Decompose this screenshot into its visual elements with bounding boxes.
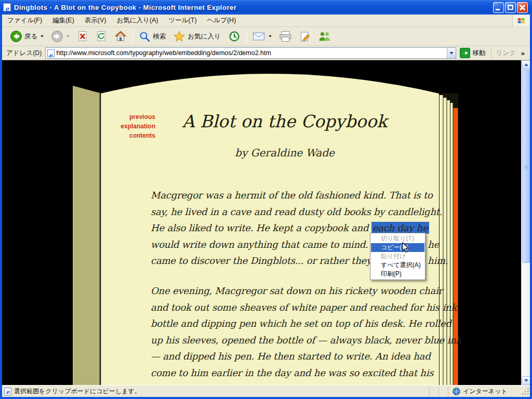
forward-icon [51, 30, 63, 43]
address-url[interactable]: http://www.microsoft.com/typography/web/… [57, 49, 447, 57]
print-icon [279, 31, 292, 42]
text-line: come to him earlier in the day and he wa… [151, 365, 431, 381]
nav-contents-link[interactable]: contents [96, 131, 155, 140]
page-viewport: previous explanation contents A Blot on … [2, 60, 530, 385]
text-line: and took out some sheaves of white paper… [151, 299, 431, 316]
paragraph-2: One evening, Macgregor sat down on his r… [151, 283, 431, 385]
menu-view[interactable]: 表示(V) [79, 14, 112, 27]
messenger-button[interactable] [314, 29, 335, 45]
chevron-up-icon [524, 63, 528, 66]
scroll-up-button[interactable] [522, 60, 530, 69]
mail-icon [252, 31, 265, 42]
page-title: A Blot on the Copybook [152, 111, 418, 131]
close-button[interactable] [517, 2, 528, 13]
menu-favorites[interactable]: お気に入り(A) [111, 14, 163, 27]
toolbar: 戻る [2, 27, 530, 46]
byline: by Geraldine Wade [152, 147, 418, 159]
home-icon [114, 30, 127, 43]
text-line: Macgregor was a hermit of the old fashio… [151, 187, 431, 204]
links-toolbar[interactable]: リンク » [491, 47, 528, 59]
toolbar-separator [246, 29, 247, 44]
forward-button[interactable] [47, 29, 73, 45]
edit-icon [299, 31, 311, 43]
text-line: bottle and dipping pen which he set on t… [151, 315, 431, 332]
favorites-star-icon [173, 31, 185, 43]
go-button[interactable]: 移動 [456, 46, 489, 60]
text-line: — and dipped his pen. He then started to… [151, 348, 431, 365]
text-line-pre: He also liked to write. He kept a copybo… [151, 222, 371, 233]
links-label: リンク [496, 49, 515, 58]
maximize-button[interactable] [505, 2, 516, 13]
context-menu-print[interactable]: 印刷(P) [371, 270, 424, 278]
print-button[interactable] [275, 29, 296, 45]
go-label: 移動 [472, 49, 485, 58]
home-button[interactable] [111, 29, 130, 45]
page-icon: e [47, 49, 55, 57]
back-label: 戻る [24, 32, 37, 41]
nav-previous-link[interactable]: previous [96, 112, 155, 122]
text-line: One evening, Macgregor sat down on his r… [151, 283, 431, 299]
book-nav: previous explanation contents [96, 112, 155, 140]
menu-help[interactable]: ヘルプ(H) [202, 14, 242, 27]
mail-button[interactable] [249, 29, 275, 45]
ie-logo-icon: e [3, 3, 11, 11]
search-button[interactable]: 検索 [135, 29, 169, 45]
toolbar-separator [132, 29, 133, 44]
browser-window: e Dingblots - A Blot on the Copybook - M… [0, 0, 532, 399]
stop-button[interactable] [73, 29, 92, 45]
status-pane [438, 387, 448, 396]
back-icon [10, 30, 22, 43]
text-line: up his sleeves, opened the bottle of — a… [151, 332, 431, 349]
nav-explanation-link[interactable]: explanation [96, 122, 155, 131]
context-menu-copy[interactable]: コピー(C) [371, 243, 424, 252]
back-button[interactable]: 戻る [6, 29, 47, 45]
messenger-icon [318, 31, 331, 42]
text-line: say, he lived in a cave and read dusty o… [151, 204, 431, 220]
menu-bar: ファイル(F) 編集(E) 表示(V) お気に入り(A) ツール(T) ヘルプ(… [2, 15, 530, 27]
text-line: handwriting was worse than usual. His wr… [151, 381, 431, 385]
search-icon [139, 31, 151, 43]
context-menu-select-all[interactable]: すべて選択(A) [371, 261, 424, 270]
menu-tools[interactable]: ツール(T) [164, 14, 202, 27]
window-border-right [530, 15, 532, 399]
history-button[interactable] [224, 29, 244, 45]
scroll-down-button[interactable] [522, 376, 530, 385]
context-menu-cut: 切り取り(T) [371, 234, 424, 243]
windows-logo-icon [512, 15, 530, 26]
context-menu-paste: 貼り付け [371, 252, 424, 261]
chevron-down-icon [449, 52, 454, 55]
mail-dropdown-icon[interactable] [269, 35, 272, 37]
forward-dropdown-icon[interactable] [66, 35, 70, 37]
mouse-cursor-icon [402, 242, 409, 253]
window-title: Dingblots - A Blot on the Copybook - Mic… [14, 4, 493, 11]
go-icon [460, 48, 470, 58]
address-label: アドレス(D) [6, 49, 42, 58]
address-dropdown-button[interactable] [447, 48, 456, 58]
vertical-scrollbar[interactable] [521, 60, 530, 385]
favorites-label: お気に入り [188, 32, 220, 41]
refresh-button[interactable] [92, 29, 111, 45]
internet-globe-icon [453, 388, 460, 395]
chevron-more-icon[interactable]: » [521, 49, 525, 57]
status-pane [429, 387, 438, 396]
title-bar[interactable]: e Dingblots - A Blot on the Copybook - M… [0, 0, 532, 15]
edit-button[interactable] [296, 29, 314, 45]
security-zone-pane: インターネット [448, 387, 522, 396]
favorites-button[interactable]: お気に入り [169, 29, 224, 45]
address-input[interactable]: e http://www.microsoft.com/typography/we… [45, 47, 457, 59]
back-dropdown-icon[interactable] [41, 35, 44, 37]
scrollbar-grip-icon [524, 166, 528, 170]
minimize-button[interactable] [493, 2, 504, 13]
menu-edit[interactable]: 編集(E) [47, 14, 79, 27]
window-border-bottom [0, 397, 532, 399]
scrollbar-thumb[interactable] [522, 70, 530, 263]
search-label: 検索 [153, 32, 166, 41]
status-message: 選択範囲をクリップボードにコピーします。 [14, 387, 141, 396]
refresh-icon [96, 30, 107, 43]
address-bar: アドレス(D) e http://www.microsoft.com/typog… [2, 46, 530, 60]
status-bar: e 選択範囲をクリップボードにコピーします。 インターネット [2, 385, 530, 397]
resize-grip[interactable] [522, 387, 530, 396]
context-menu: 切り取り(T) コピー(C) 貼り付け すべて選択(A) 印刷(P) [370, 233, 425, 280]
history-icon [228, 30, 241, 43]
menu-file[interactable]: ファイル(F) [2, 14, 47, 27]
